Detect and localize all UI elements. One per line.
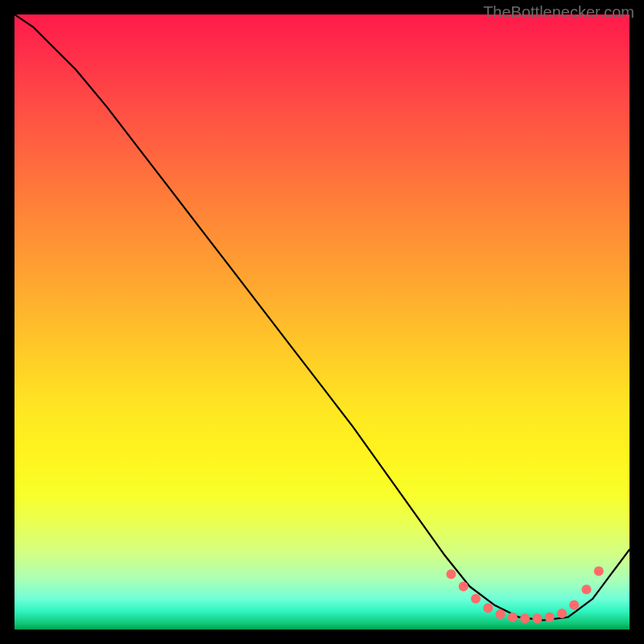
watermark-text: TheBottlenecker.com [483,3,634,22]
marker-dot [483,603,493,613]
marker-dot [446,569,456,579]
marker-dot [471,594,481,604]
marker-dot [545,613,555,622]
curve-line [14,14,630,621]
marker-dot [520,613,530,623]
marker-dot [532,613,542,623]
chart-plot-area [14,14,630,630]
marker-points [446,566,603,623]
marker-dot [582,584,592,594]
marker-dot [557,609,567,618]
marker-dot [569,600,579,609]
chart-svg [14,14,630,630]
marker-dot [496,609,506,619]
marker-dot [594,566,604,576]
marker-dot [508,613,518,622]
marker-dot [459,582,469,592]
